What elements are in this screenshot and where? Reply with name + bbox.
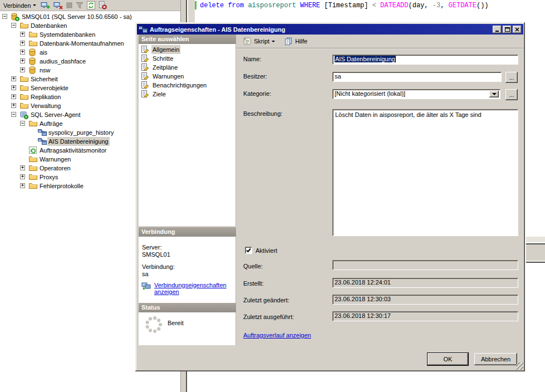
script-button[interactable]: Skript [240,36,277,46]
tree-item-label: nsw [38,66,52,75]
tree-item-label: Serverobjekte [30,84,70,92]
help-button[interactable]: Hilfe [282,37,310,46]
nav-item-label: Ziele [151,90,167,99]
collapse-icon[interactable]: − [2,14,7,19]
maximize-button[interactable] [503,26,512,33]
description-textarea[interactable]: Löscht Daten in aisposreport, die älter … [332,109,518,236]
sql-token: aisposreport [248,2,300,9]
disconnect-server-button[interactable] [53,2,63,9]
category-select[interactable]: [Nicht kategorisiert (lokal)] [332,89,500,99]
expand-icon[interactable]: + [20,58,25,63]
expand-icon[interactable]: + [20,183,25,188]
expand-icon[interactable]: + [11,76,16,81]
connection-properties-link[interactable]: Verbindungseigenschaften anzeigen [154,282,231,295]
folder-icon [20,93,28,100]
tree-item-label: Datenbank-Momentaufnahmen [38,39,125,48]
close-button[interactable] [513,26,522,33]
connect-dropdown-label: Verbinden [3,2,31,9]
collapse-icon[interactable]: − [20,121,25,126]
dialog-title: Auftragseigenschaften - AIS Datenbereini… [150,26,285,33]
connect-server-button[interactable] [41,2,50,9]
name-label: Name: [243,56,261,62]
folder-icon [29,31,37,37]
job-icon [38,129,47,136]
connection-value: sa [142,271,149,277]
name-input[interactable]: AIS Datenbereinigung [332,55,518,65]
owner-input[interactable]: sa [332,72,502,82]
stop-button[interactable] [66,2,72,8]
page-icon [141,63,149,71]
expand-icon[interactable]: + [11,85,16,90]
page-icon [141,55,149,62]
server-label: Server: [142,244,161,251]
tree-item-label: Fehlerprotokolle [38,182,85,190]
category-label: Kategorie: [243,90,271,97]
nav-item-schritte[interactable]: Schritte [139,54,235,63]
minimize-button[interactable] [493,26,502,33]
script-error-button[interactable] [99,1,107,9]
expand-icon[interactable]: + [20,50,25,55]
folder-icon [20,75,28,82]
nav-item-zeitplane[interactable]: Zeitpläne [139,63,235,72]
ok-button[interactable]: OK [428,353,468,365]
sql-token: (day, [409,2,433,9]
expand-icon[interactable]: + [20,41,25,46]
dialog-titlebar[interactable]: Auftragseigenschaften - AIS Datenbereini… [137,24,523,35]
nav-item-label: Warnungen [151,72,185,81]
expand-icon[interactable]: + [11,94,16,99]
folder-icon [20,84,28,91]
owner-browse-button[interactable]: ... [505,72,518,83]
expand-icon[interactable]: + [20,67,25,72]
cancel-button[interactable]: Abbrechen [474,353,517,365]
nav-item-label: Schritte [151,54,174,63]
tree-item-label: Aufträge [38,119,64,128]
chevron-down-icon [272,41,275,44]
folder-icon [20,22,28,28]
window-buttons [493,26,523,33]
category-selected-value: [Nicht kategorisiert (lokal)] [335,90,405,97]
modified-field: 23.06.2018 12:30:03 [332,295,518,305]
executed-field: 23.06.2018 12:30:17 [332,311,518,321]
job-history-link[interactable]: Auftragsverlauf anzeigen [243,332,311,339]
modified-label: Zuletzt geändert: [243,297,289,303]
page-select-header: Seite auswählen [139,35,236,44]
source-label: Quelle: [243,263,263,270]
enabled-checkbox[interactable] [245,247,252,254]
name-input-selected-text: AIS Datenbereinigung [335,56,396,62]
tree-item-smsql01-sql-server-10-50-6560-sa[interactable]: −SMSQL01 (SQL Server 10.50.6560 - sa) [0,12,180,21]
resize-grip-icon[interactable] [516,362,523,370]
collapse-icon[interactable]: − [11,112,16,117]
folder-icon [20,102,28,109]
description-label: Beschreibung: [243,110,282,117]
category-browse-button[interactable]: ... [505,89,518,100]
connect-dropdown-button[interactable]: Verbinden [2,1,38,11]
expand-icon[interactable]: + [11,103,16,108]
page-select-list: AllgemeinSchritteZeitpläneWarnungenBenac… [139,44,236,226]
status-header: Status [139,303,236,312]
category-dropdown-button[interactable] [489,91,499,97]
enabled-label: Aktiviert [256,247,277,254]
nav-item-allgemein[interactable]: Allgemein [139,45,235,54]
nav-item-warnungen[interactable]: Warnungen [139,72,235,81]
editor-splitter-strip [526,236,545,242]
collapse-icon[interactable]: − [11,23,16,28]
refresh-button[interactable] [87,1,95,9]
executed-label: Zuletzt ausgeführt: [243,313,294,320]
progress-spinner-icon [144,315,164,335]
chevron-down-icon [492,93,497,97]
expand-icon[interactable]: + [20,165,25,170]
nav-item-label: Allgemein [151,45,180,54]
owner-label: Besitzer: [243,73,267,80]
sql-query-line[interactable]: delete from aisposreport WHERE [Timestam… [200,2,489,9]
expand-icon[interactable]: + [20,174,25,179]
sql-token: DATEADD [380,2,408,9]
expand-icon[interactable]: + [20,32,25,37]
server-value: SMSQL01 [142,251,170,258]
created-field: 23.06.2018 12:24:01 [332,278,518,288]
database-icon [29,48,36,56]
filter-button[interactable] [76,2,84,9]
tree-item-label: SQL Server-Agent [30,110,81,119]
nav-item-benachrichtigungen[interactable]: Benachrichtigungen [139,81,235,90]
editor-splitter-bar [526,243,545,263]
nav-item-ziele[interactable]: Ziele [139,90,235,99]
